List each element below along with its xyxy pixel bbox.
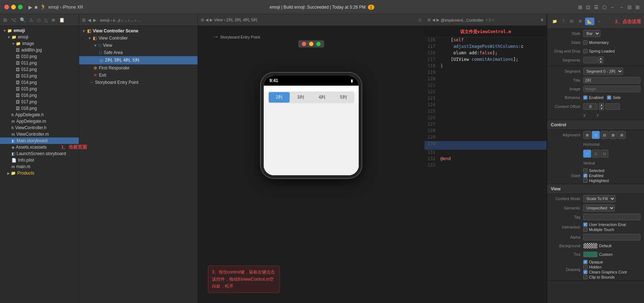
search-nav-icon[interactable]: 🔍: [19, 17, 27, 23]
segment-btn-1[interactable]: 3列: [290, 92, 311, 103]
window-maximize[interactable]: [316, 42, 321, 46]
file-item-appdelegate-m[interactable]: m AppDelegate.m: [0, 118, 79, 125]
code-grid-icon[interactable]: ⊞: [427, 18, 431, 22]
scene-item-safe-area[interactable]: □ Safe Area: [79, 49, 198, 56]
breakpoint-icon[interactable]: ⊕: [50, 17, 56, 23]
hidden-checkbox[interactable]: [583, 265, 588, 269]
scene-item-entry-point[interactable]: → Storyboard Entry Point: [79, 79, 198, 86]
align-center-icon[interactable]: ⊡: [592, 131, 600, 139]
file-item-011[interactable]: 🖼 011.png: [0, 60, 79, 66]
align-fill-icon[interactable]: ⊠: [609, 131, 617, 139]
insp-tab-attributes[interactable]: ⚙: [576, 18, 584, 25]
canvas-grid-icon[interactable]: ⊞: [201, 18, 204, 22]
file-item-010[interactable]: 🖼 010.png: [0, 53, 79, 60]
scene-item-segment-control[interactable]: ▤ 2列, 3列, 4列, 5列: [79, 56, 198, 64]
layout-icon[interactable]: ⊡: [586, 4, 590, 10]
scene-item-vc-scene[interactable]: ▼ ◧ View Controller Scene: [79, 27, 198, 35]
inspector-icon[interactable]: ☰: [594, 4, 599, 10]
offset-x-input[interactable]: [583, 103, 598, 110]
alpha-input[interactable]: [583, 234, 640, 240]
stop-icon[interactable]: ■: [35, 4, 37, 10]
back-icon[interactable]: ←: [610, 4, 615, 10]
source-control-icon[interactable]: ⌥: [10, 17, 17, 23]
insp-tab-size[interactable]: 📐: [585, 18, 594, 25]
file-item-emoji-root[interactable]: ▼ 📁 emoji: [0, 27, 79, 34]
enabled-state-checkbox[interactable]: [583, 173, 588, 178]
insp-tab-quick-help[interactable]: ?: [560, 18, 567, 25]
stepper-down[interactable]: ▼: [598, 60, 603, 64]
background-color-swatch[interactable]: [583, 243, 598, 249]
clears-graphics-checkbox[interactable]: [583, 270, 588, 274]
segment-select[interactable]: Segment 0 - 2列: [583, 68, 623, 75]
file-item-viewcontroller-m[interactable]: m ViewController.m: [0, 131, 79, 137]
window-close[interactable]: [302, 42, 306, 46]
file-item-012[interactable]: 🖼 012.png: [0, 66, 79, 73]
file-item-017[interactable]: 🖼 017.png: [0, 99, 79, 105]
clip-to-bounds-checkbox[interactable]: [583, 275, 588, 279]
state-checkbox[interactable]: [583, 40, 588, 45]
navigator-icon[interactable]: ⬡: [602, 4, 607, 10]
file-item-016[interactable]: 🖼 016.png: [0, 92, 79, 99]
vert-align-btn-1[interactable]: □: [583, 150, 591, 158]
window-minimize[interactable]: [309, 42, 313, 46]
toolbar-fwd-icon[interactable]: ▶: [93, 18, 96, 23]
segment-btn-3[interactable]: 5列: [333, 92, 354, 103]
editor-icon[interactable]: ⊞: [578, 4, 582, 10]
title-input[interactable]: [583, 77, 640, 83]
file-item-info-plist[interactable]: 📄 Info.plist: [0, 157, 79, 163]
scene-item-view[interactable]: ▼ □ View: [79, 42, 198, 49]
assistant-icon[interactable]: ⊞: [635, 4, 640, 10]
toolbar-grid-icon[interactable]: ⊞: [82, 18, 86, 23]
drag-drop-checkbox[interactable]: [583, 49, 588, 53]
file-item-image[interactable]: ▼ 📁 image: [0, 40, 79, 47]
minimize-button[interactable]: [11, 5, 16, 9]
insp-tab-file[interactable]: 📁: [550, 18, 559, 25]
scene-item-exit[interactable]: ✕ Exit: [79, 72, 198, 79]
issue-nav-icon[interactable]: ⚠: [28, 17, 35, 23]
file-item-emoji[interactable]: ▼ 📁 emoji: [0, 34, 79, 40]
align-right-icon[interactable]: ⊟: [600, 131, 608, 139]
selected-checkbox[interactable]: [607, 95, 611, 100]
report-icon[interactable]: 📋: [58, 17, 66, 23]
segment-btn-2[interactable]: 4列: [312, 92, 332, 103]
tint-color-swatch[interactable]: [583, 252, 598, 257]
enabled-checkbox[interactable]: [583, 95, 588, 100]
vert-align-btn-3[interactable]: □: [600, 150, 608, 158]
vert-align-btn-2[interactable]: □: [592, 150, 600, 158]
style-select[interactable]: Bar: [583, 30, 600, 37]
debug-nav-icon[interactable]: △: [43, 17, 49, 23]
play-icon[interactable]: ▶: [28, 4, 32, 10]
offset-y-input[interactable]: [606, 103, 620, 110]
selected-state-checkbox[interactable]: [583, 168, 588, 173]
multiple-touch-checkbox[interactable]: [583, 227, 588, 232]
file-item-assets[interactable]: ◈ Assets.xcassets: [0, 144, 79, 150]
stepper-up[interactable]: ▲: [598, 56, 603, 60]
file-item-014[interactable]: 🖼 014.png: [0, 79, 79, 86]
code-back-icon[interactable]: ◀: [432, 18, 435, 22]
offset-up[interactable]: ▲: [599, 103, 604, 107]
segment-btn-0[interactable]: 2列: [269, 92, 290, 103]
offset-down[interactable]: ▼: [599, 107, 604, 110]
user-interaction-checkbox[interactable]: [583, 222, 588, 227]
file-item-launch-storyboard[interactable]: ◧ LaunchScreen.storyboard: [0, 150, 79, 157]
file-item-products[interactable]: ▶ 📁 Products: [0, 170, 79, 176]
file-item-main-storyboard[interactable]: ◧ Main.storyboard: [0, 137, 79, 144]
content-mode-select[interactable]: Scale To Fill: [583, 195, 616, 202]
code-close-icon[interactable]: ✕: [540, 18, 544, 22]
align-left-icon[interactable]: ⊞: [583, 131, 591, 139]
semantic-select[interactable]: Unspecified: [583, 204, 615, 212]
highlighted-state-checkbox[interactable]: [583, 178, 588, 183]
file-item-main-m[interactable]: m main.m: [0, 163, 79, 170]
opaque-checkbox[interactable]: [583, 260, 588, 264]
fullscreen-button[interactable]: [18, 5, 23, 9]
file-item-viewcontroller-h[interactable]: h ViewController.h: [0, 125, 79, 131]
tag-input[interactable]: [583, 214, 640, 220]
test-nav-icon[interactable]: ◇: [36, 17, 42, 23]
image-input[interactable]: [583, 86, 640, 92]
close-button[interactable]: [4, 5, 9, 9]
toolbar-back-icon[interactable]: ◀: [88, 18, 91, 23]
file-item-addbtn[interactable]: 🖼 addBtn.jpg: [0, 47, 79, 53]
file-item-015[interactable]: 🖼 015.png: [0, 86, 79, 92]
scene-item-first-responder[interactable]: ⊕ First Responder: [79, 64, 198, 72]
folder-nav-icon[interactable]: ⊞: [2, 17, 8, 23]
